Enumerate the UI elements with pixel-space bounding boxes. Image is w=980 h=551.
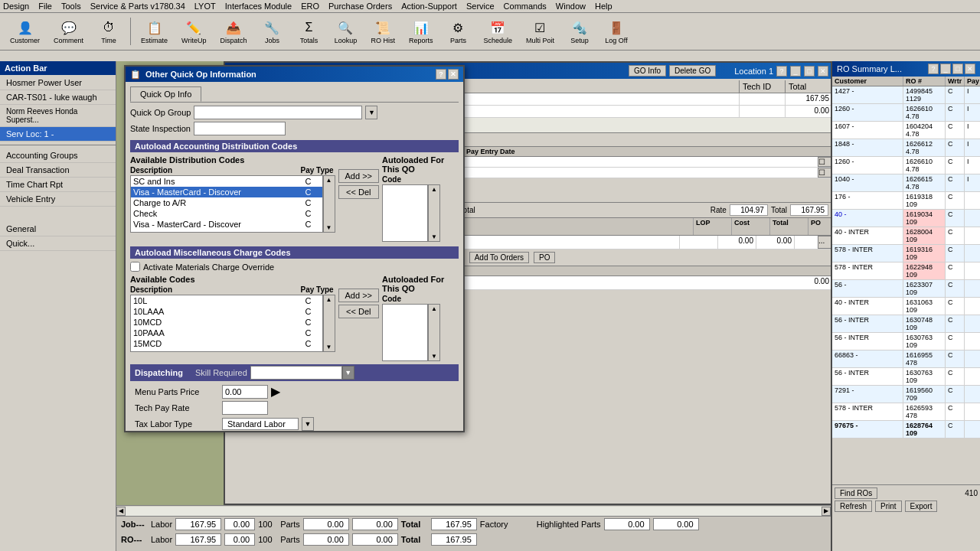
codes-add-button[interactable]: Add >> — [338, 289, 379, 302]
menu-service[interactable]: Service — [466, 2, 495, 11]
list-item[interactable]: 15MCDC — [131, 338, 322, 349]
list-item[interactable]: 10PAAAC — [131, 328, 322, 338]
autoloaded-distrib-list[interactable] — [382, 184, 428, 242]
horizontal-scrollbar[interactable]: ◀ ▶ — [116, 506, 831, 517]
dialog-help-btn[interactable]: ? — [436, 69, 446, 80]
sidebar-general[interactable]: General — [0, 222, 116, 236]
delete-go-button[interactable]: Delete GO — [669, 65, 716, 77]
dialog-close-btn[interactable]: ✕ — [448, 69, 459, 80]
codes-del-button[interactable]: << Del — [338, 305, 379, 318]
add-to-orders-button[interactable]: Add To Orders — [469, 252, 529, 263]
ro-summary-row[interactable]: 1607 - 1604204 4.78 C I — [832, 122, 980, 139]
ro-summary-row[interactable]: 7291 - 1619560 709 C — [832, 386, 980, 403]
quick-op-group-input[interactable] — [194, 106, 362, 119]
tab-quick-op-info[interactable]: Quick Op Info — [130, 86, 201, 102]
ro-summary-row[interactable]: 1260 - 1626610 4.78 C I — [832, 157, 980, 174]
ro-summary-min[interactable]: _ — [940, 64, 951, 74]
list-item[interactable]: 10MCDC — [131, 317, 322, 328]
menu-help[interactable]: Help — [595, 2, 612, 11]
customer-button[interactable]: 👤Customer — [5, 16, 45, 47]
po-button[interactable]: PO — [534, 252, 555, 263]
ro-help-btn[interactable]: ? — [776, 66, 787, 77]
sidebar-vehicle-entry[interactable]: Vehicle Entry — [0, 192, 116, 207]
estimate-button[interactable]: 📋Estimate — [136, 16, 173, 47]
skill-required-input[interactable] — [250, 366, 342, 380]
tax-labor-browse[interactable]: ▼ — [302, 417, 314, 431]
ro-summary-row[interactable]: 176 - 1619318 109 C — [832, 192, 980, 210]
ro-summary-row[interactable]: 578 - INTER 1626593 478 C — [832, 403, 980, 421]
list-item[interactable]: Check C — [131, 208, 322, 219]
menu-parts-price-input[interactable] — [222, 385, 268, 399]
autoloaded-codes-scrollbar[interactable]: ▲ ▼ — [428, 304, 440, 361]
parts-button[interactable]: ⚙Parts — [441, 16, 475, 47]
sidebar-norm-reeves[interactable]: Norm Reeves Honda Superst... — [0, 105, 116, 127]
ro-summary-row[interactable]: 40 - INTER 1631063 109 C — [832, 298, 980, 315]
scroll-right[interactable]: ▶ — [822, 507, 831, 516]
ro-summary-row[interactable]: 40 - INTER 1628004 109 C — [832, 227, 980, 245]
ro-summary-row[interactable]: 56 - INTER 1630748 109 C — [832, 315, 980, 333]
menu-ero[interactable]: ERO — [301, 2, 319, 11]
menu-design[interactable]: Design — [3, 2, 29, 11]
list-item[interactable]: Charge to A/R C — [131, 197, 322, 208]
ro-min-btn[interactable]: _ — [790, 66, 801, 77]
comment-button[interactable]: 💬Comment — [48, 16, 89, 47]
schedule-button[interactable]: 📅Schedule — [478, 16, 518, 47]
codes-scrollbar[interactable]: ▲ ▼ — [323, 295, 335, 352]
menu-purchase-orders[interactable]: Purchase Orders — [328, 2, 392, 11]
totals-button[interactable]: ΣTotals — [292, 16, 325, 47]
list-item[interactable]: 10LC — [131, 295, 322, 306]
ro-max-btn[interactable]: □ — [804, 66, 815, 77]
find-ros-button[interactable]: Find ROs — [835, 487, 877, 499]
multi-poit-button[interactable]: ☑Multi Poit — [521, 16, 560, 47]
lookup-button[interactable]: 🔍Lookup — [328, 16, 362, 47]
ro-close-btn[interactable]: ✕ — [818, 66, 828, 77]
logoff-button[interactable]: 🚪Log Off — [599, 16, 633, 47]
quick-op-group-browse[interactable]: ▼ — [365, 106, 377, 119]
dispatch-button[interactable]: 📤Dispatch — [214, 16, 252, 47]
go-info-button[interactable]: GO Info — [629, 65, 666, 77]
ro-summary-close[interactable]: ✕ — [965, 64, 975, 74]
list-item[interactable]: Visa - MasterCard - Discover C — [131, 219, 322, 230]
list-item[interactable]: 10LAAAC — [131, 306, 322, 317]
ro-hist-button[interactable]: 📜RO Hist — [365, 16, 400, 47]
sublet-btn[interactable]: ... — [818, 236, 831, 249]
ro-summary-row[interactable]: 56 - INTER 1630763 109 C — [832, 368, 980, 386]
ro-summary-row[interactable]: 1848 - 1626612 4.78 C I — [832, 139, 980, 157]
ro-summary-row[interactable]: 1427 - 1499845 1129 C I — [832, 86, 980, 104]
ro-summary-row[interactable]: 1260 - 1626610 4.78 C I — [832, 104, 980, 122]
sidebar-time-chart[interactable]: Time Chart Rpt — [0, 178, 116, 192]
menu-action-support[interactable]: Action-Support — [401, 2, 457, 11]
add-button[interactable]: Add >> — [338, 169, 379, 183]
ro-summary-row[interactable]: 578 - INTER 1619316 109 C — [832, 245, 980, 262]
scroll-up[interactable]: ▲ — [325, 176, 333, 184]
print-button[interactable]: Print — [875, 500, 902, 512]
ro-summary-row[interactable]: 1040 - 1626615 4.78 C I — [832, 174, 980, 192]
row1-check[interactable]: ☐ — [818, 157, 831, 167]
scroll-down[interactable]: ▼ — [325, 223, 333, 232]
tech-pay-rate-input[interactable] — [222, 401, 268, 415]
scroll-left[interactable]: ◀ — [116, 507, 126, 516]
activate-checkbox[interactable] — [130, 262, 140, 272]
writeup-button[interactable]: ✏️WriteUp — [176, 16, 211, 47]
state-inspection-input[interactable] — [194, 122, 286, 135]
sidebar-hosmer[interactable]: Hosmer Power User — [0, 76, 116, 90]
ro-summary-row[interactable]: 40 - 1619034 109 C — [832, 210, 980, 227]
del-button[interactable]: << Del — [338, 185, 379, 199]
jobs-button[interactable]: 🔧Jobs — [255, 16, 289, 47]
ro-summary-row[interactable]: 56 - INTER 1630763 109 C — [832, 333, 980, 350]
reports-button[interactable]: 📊Reports — [403, 16, 439, 47]
menu-file[interactable]: File — [38, 2, 52, 11]
sidebar-accounting-groups[interactable]: Accounting Groups — [0, 148, 116, 163]
ro-summary-row[interactable]: 97675 - 1628764 109 C — [832, 421, 980, 439]
ro-summary-max[interactable]: □ — [952, 64, 963, 74]
autoloaded-codes-list[interactable] — [382, 304, 428, 361]
sidebar-quick[interactable]: Quick... — [0, 236, 116, 251]
available-codes-list[interactable]: 10LC 10LAAAC 10MCDC 10PAAAC 15MCDC — [130, 295, 323, 352]
menu-window[interactable]: Window — [556, 2, 586, 11]
sidebar-car-ts01[interactable]: CAR-TS01 - luke waugh — [0, 90, 116, 105]
time-button[interactable]: ⏱Time — [92, 16, 126, 47]
list-item[interactable]: SC and Ins C — [131, 176, 322, 187]
available-scrollbar[interactable]: ▲ ▼ — [323, 175, 335, 233]
menu-lyot[interactable]: LYOT — [194, 2, 216, 11]
menu-service-parts[interactable]: Service & Parts v1780.34 — [90, 2, 185, 11]
